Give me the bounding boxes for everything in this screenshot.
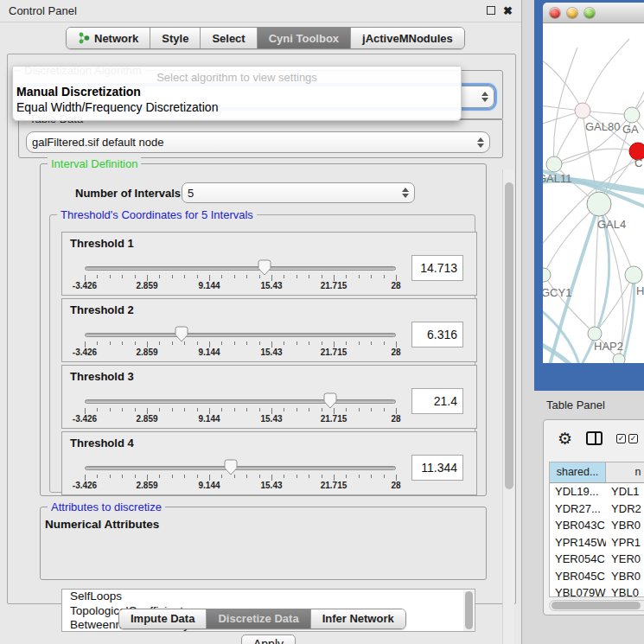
network-node-gal11[interactable] [546,156,562,172]
tab-network[interactable]: Network [67,28,150,48]
network-window-titlebar[interactable] [543,3,644,23]
zoom-traffic-icon[interactable] [584,8,595,18]
network-node-label: GA [622,123,639,136]
network-node-ga[interactable] [624,107,640,123]
table-row[interactable]: YER054CYER0 [550,551,644,568]
table-cell: YBR045C [550,568,606,585]
column-header-1[interactable]: shared... [550,462,606,482]
table-cell: YBL0 [606,584,644,597]
network-node-gcy1[interactable] [543,268,551,282]
tab-jactivemnodules[interactable]: jActiveMNodules [351,28,464,48]
threshold-value-field[interactable]: 11.344 [411,455,463,481]
threshold-slider-track[interactable] [85,399,396,404]
tab-label: Style [162,32,188,45]
threshold-label: Threshold 1 [70,237,134,250]
table-cell: YDL19... [550,483,606,501]
algorithm-option[interactable]: Manual Discretization [13,84,461,99]
number-of-intervals-label: Number of Intervals [75,187,181,200]
checkbox-icon[interactable]: ✓ [616,434,626,443]
table-cell: YER0 [606,551,644,568]
column-header-2[interactable]: n [606,462,644,482]
threshold-label: Threshold 3 [70,370,134,383]
split-columns-icon[interactable] [586,431,603,445]
tab-label: Select [212,32,245,45]
numerical-attributes-label: Numerical Attributes [45,518,159,531]
apply-button[interactable]: Apply [241,634,296,644]
threshold-slider-track[interactable] [85,333,396,337]
close-icon[interactable]: ✖ [503,7,513,16]
threshold-value-field[interactable]: 14.713 [411,255,463,281]
combo-stepper-icon [477,137,484,148]
algorithm-option[interactable]: Equal Width/Frequency Discretization [13,99,461,115]
table-row[interactable]: YDR27...YDR2 [550,501,644,518]
combo-stepper-icon [481,92,488,102]
control-panel-tab-bar: NetworkStyleSelectCyni ToolboxjActiveMNo… [66,27,465,49]
slider-tick-labels: -3.4262.8599.14415.4321.71528 [85,481,396,491]
network-node-h[interactable] [625,266,642,284]
table-header-row: shared...n [550,462,644,483]
column-checkboxes: ✓ ✓ [616,434,638,443]
bottom-tab-bar: Impute DataDiscretize DataInfer Network [118,609,406,629]
control-panel-titlebar: Control Panel ✖ [0,0,521,22]
threshold-slider-thumb[interactable] [323,392,337,409]
thresholds-group-label: Threshold's Coordinates for 5 Intervals [57,208,257,221]
network-edge-highlighted [622,275,634,363]
table-panel: ⚙ ✓ ✓ shared...n YDL19...YDL1YDR27...YDR… [543,419,644,615]
table-row[interactable]: YPR145WYPR1 [550,534,644,552]
scrollbar-thumb[interactable] [552,602,641,609]
checkbox-icon[interactable]: ✓ [628,434,638,443]
network-node-gal80[interactable] [575,103,590,118]
threshold-value-field[interactable]: 6.316 [411,322,463,348]
tab-style[interactable]: Style [150,28,201,48]
tab-cyni-toolbox[interactable]: Cyni Toolbox [258,28,351,48]
threshold-slider-thumb[interactable] [175,326,188,342]
network-node-hap2[interactable] [588,327,602,341]
table-data-combo[interactable]: galFiltered.sif default node [26,131,490,153]
minimize-traffic-icon[interactable] [567,8,577,18]
bottom-tab-infer-network[interactable]: Infer Network [311,609,405,628]
number-of-intervals-combo[interactable]: 5 [182,182,415,203]
scrollbar-thumb[interactable] [465,591,473,629]
bottom-tab-impute-data[interactable]: Impute Data [119,609,207,628]
table-horizontal-scrollbar[interactable] [549,600,644,611]
network-canvas[interactable]: GAL80GACGAL11GAL4GCY1HHAP2 [543,23,644,363]
close-traffic-icon[interactable] [550,8,560,18]
table-data-combo-value: galFiltered.sif default node [32,136,477,149]
scrollbar-thumb[interactable] [505,182,513,489]
attributes-list-scrollbar[interactable] [463,590,474,632]
tab-select[interactable]: Select [201,28,257,48]
table-cell: YBR0 [606,517,644,534]
combo-stepper-icon [402,188,409,198]
threshold-3-box: Threshold 3-3.4262.8599.14415.4321.71528… [61,365,477,429]
bottom-tab-discretize-data[interactable]: Discretize Data [207,609,310,628]
threshold-2-box: Threshold 2-3.4262.8599.14415.4321.71528… [61,298,477,362]
table-cell: YBR043C [550,517,606,534]
network-edge [544,275,595,334]
threshold-slider-thumb[interactable] [258,259,271,276]
network-graph: GAL80GACGAL11GAL4GCY1HHAP2 [543,23,644,363]
threshold-value-field[interactable]: 21.4 [411,388,463,414]
network-node-gal4[interactable] [587,192,611,216]
slider-tick-labels: -3.4262.8599.14415.4321.71528 [85,414,396,424]
table-row[interactable]: YBL079WYBL0 [550,584,644,597]
threshold-slider-thumb[interactable] [224,459,238,475]
algorithm-dropdown-popup: Select algorithm to view settings Manual… [12,66,462,121]
table-cell: YDR2 [606,501,644,518]
control-panel: Control Panel ✖ NetworkStyleSelectCyni T… [0,0,522,644]
panel-vertical-scrollbar[interactable] [502,169,514,644]
threshold-label: Threshold 4 [70,437,134,450]
float-window-icon[interactable] [487,4,495,17]
threshold-slider-track[interactable] [85,266,396,271]
table-row[interactable]: YBR043CYBR0 [550,517,644,534]
network-node[interactable] [613,354,625,363]
threshold-slider-track[interactable] [85,466,396,470]
attribute-list-item[interactable]: SelfLoops [62,590,475,604]
table-panel-title: Table Panel [546,399,605,411]
network-edge [595,275,634,334]
gear-icon[interactable]: ⚙ [558,430,572,447]
table-row[interactable]: YDL19...YDL1 [550,483,644,501]
algorithm-placeholder-text: Select algorithm to view settings [13,67,461,84]
table-row[interactable]: YBR045CYBR0 [550,568,644,585]
number-of-intervals-value: 5 [188,187,402,200]
application-root: Control Panel ✖ NetworkStyleSelectCyni T… [0,0,644,644]
